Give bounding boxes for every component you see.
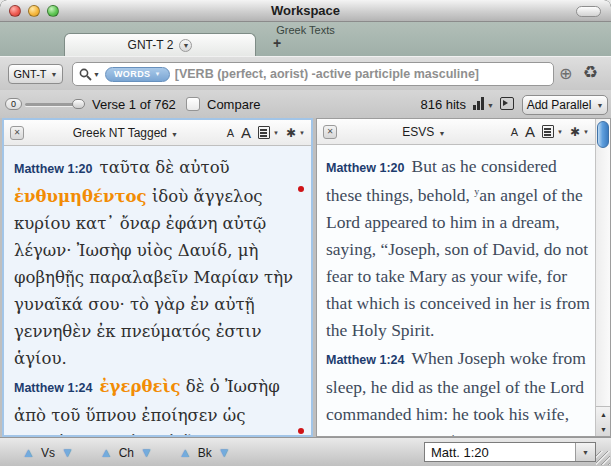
search-icon[interactable]: ▼: [79, 68, 100, 81]
font-increase-button[interactable]: A: [525, 123, 535, 140]
verse-text: ἰδοὺ ἄγγελος κυρίου κατ᾿ ὄναρ ἐφάνη αὐτῷ…: [14, 187, 293, 368]
gear-icon[interactable]: ✱: [570, 126, 580, 138]
chevron-down-icon: ▼: [93, 71, 100, 78]
close-pane-button[interactable]: ✕: [10, 126, 24, 140]
esv-text-body[interactable]: Matthew 1:20But as he considered these t…: [317, 145, 610, 437]
combo-dropdown-button[interactable]: ▼: [575, 443, 595, 461]
search-input[interactable]: ▼ WORDS ▼ [VERB (perfect, aorist) -activ…: [72, 62, 554, 86]
esv-pane-header: ✕ ESVS▼ A A ▼ ✱▼: [317, 119, 595, 145]
esv-pane-title[interactable]: ESVS▼: [343, 125, 505, 139]
search-mode-label: WORDS: [114, 69, 151, 79]
verse-reference[interactable]: Matthew 1:24: [14, 381, 93, 395]
plus-circle-icon[interactable]: ⊕: [559, 64, 572, 83]
chevron-down-icon: ▼: [596, 102, 603, 109]
verse: Matthew 1:20But as he considered these t…: [326, 153, 590, 344]
verse: Matthew 1:24When Joseph woke from sleep,…: [326, 345, 590, 428]
bk-up-button[interactable]: ▲: [179, 446, 192, 459]
add-parallel-button[interactable]: Add Parallel ▼: [522, 95, 608, 115]
search-mode-token[interactable]: WORDS ▼: [105, 67, 170, 82]
esv-text-pane: ✕ ESVS▼ A A ▼ ✱▼ Matthew 1:20But as he c…: [316, 118, 611, 437]
scrollbar-thumb[interactable]: [597, 121, 609, 148]
scroll-up-button[interactable]: ▲: [596, 407, 611, 422]
tab-menu-button[interactable]: ▼: [179, 39, 192, 52]
chevron-down-icon: ▼: [154, 71, 160, 77]
hit-word[interactable]: ἐγερθεὶς: [100, 377, 181, 396]
font-decrease-button[interactable]: A: [511, 126, 518, 138]
content-area: ✕ Greek NT Tagged▼ A A ▼ ✱▼ Matthew 1:20…: [0, 118, 611, 437]
verse-text: an angel of the Lord appeared to him in …: [326, 185, 590, 340]
verse-reference[interactable]: Matthew 1:24: [326, 353, 405, 367]
bk-down-button[interactable]: ▼: [218, 446, 231, 459]
verse-reference[interactable]: Matthew 1:20: [326, 161, 405, 175]
verse-nav-group-vs: ▲Vs▼: [22, 446, 74, 460]
context-slider-thumb[interactable]: [72, 99, 85, 109]
ch-up-button[interactable]: ▲: [100, 446, 113, 459]
search-toolbar: GNT-T ▼ ▼ WORDS ▼ [VERB (perfect, aorist…: [0, 56, 611, 90]
vs-up-button[interactable]: ▲: [22, 446, 35, 459]
chevron-down-icon: ▼: [582, 449, 589, 456]
ch-down-button[interactable]: ▼: [140, 446, 153, 459]
hit-word[interactable]: ἐνθυμηθέντος: [14, 187, 147, 206]
details-window-icon[interactable]: [500, 97, 514, 110]
font-decrease-button[interactable]: A: [227, 127, 234, 139]
verse-reference-combo[interactable]: Matt. 1:20 ▼: [424, 442, 596, 462]
verse-counter: Verse 1 of 762: [92, 97, 176, 112]
add-tab-button[interactable]: +: [268, 35, 286, 51]
greek-pane-header: ✕ Greek NT Tagged▼ A A ▼ ✱▼: [4, 120, 311, 146]
verse: Matthew 1:24ἐγερθεὶς δὲ ὁ Ἰωσὴφ ἀπὸ τοῦ …: [14, 373, 297, 437]
compare-checkbox[interactable]: [186, 97, 200, 111]
tab-gnt-t-2[interactable]: GNT-T 2 ▼: [64, 33, 256, 56]
scroll-down-button[interactable]: ▼: [596, 422, 611, 437]
gear-icon[interactable]: ✱: [286, 127, 296, 139]
bottom-bar: ▲Vs▼▲Ch▼▲Bk▼ Matt. 1:20 ▼: [0, 437, 611, 466]
tab-strip: Greek Texts GNT-T 2 ▼ +: [0, 22, 611, 56]
chevron-down-icon: ▼: [182, 42, 189, 49]
resize-grip[interactable]: [596, 451, 610, 465]
verse-reference[interactable]: Matthew 1:20: [14, 162, 93, 176]
context-slider-value: 0: [5, 98, 22, 110]
verse-text: ταῦτα δὲ αὐτοῦ: [100, 158, 230, 177]
verse: Matthew 2:1Now hafter Jesus was born in …: [326, 429, 590, 437]
search-query-text[interactable]: [VERB (perfect, aorist) -active particip…: [175, 67, 479, 81]
hit-marker-dot: [298, 428, 304, 434]
verse: Matthew 1:20ταῦτα δὲ αὐτοῦ ἐνθυμηθέντος …: [14, 154, 297, 372]
greek-pane-title[interactable]: Greek NT Tagged▼: [30, 126, 221, 140]
chevron-down-icon: ▼: [299, 130, 305, 136]
greek-text-body[interactable]: Matthew 1:20ταῦτα δὲ αὐτοῦ ἐνθυμηθέντος …: [4, 146, 311, 437]
search-scope-button[interactable]: GNT-T ▼: [8, 64, 63, 84]
analysis-chart-icon[interactable]: ▼: [473, 97, 494, 110]
nav-label: Bk: [198, 446, 212, 460]
window-title: Workspace: [0, 3, 611, 18]
chevron-down-icon: ▼: [583, 129, 589, 135]
verse-nav-group-bk: ▲Bk▼: [179, 446, 231, 460]
chevron-down-icon: ▼: [487, 102, 494, 109]
scrollbar[interactable]: ▲ ▼: [595, 119, 610, 436]
title-bar[interactable]: Workspace: [0, 0, 611, 22]
compare-label: Compare: [207, 97, 260, 112]
close-pane-button[interactable]: ✕: [323, 125, 337, 139]
chevron-down-icon: ▼: [273, 130, 279, 136]
controls-row: 0 Verse 1 of 762 Compare 816 hits ▼ Add …: [0, 90, 611, 118]
chevron-down-icon: ▼: [51, 71, 58, 78]
vs-down-button[interactable]: ▼: [61, 446, 74, 459]
recycle-arrows-icon[interactable]: ♻: [583, 62, 598, 83]
hit-marker-dot: [298, 186, 304, 192]
chevron-down-icon: ▼: [438, 130, 445, 137]
hits-count: 816 hits: [408, 97, 466, 112]
display-settings-icon[interactable]: [542, 125, 554, 138]
add-parallel-label: Add Parallel: [527, 98, 592, 112]
workspace-window: Workspace Greek Texts GNT-T 2 ▼ + GNT-T …: [0, 0, 611, 466]
verse-reference-value[interactable]: Matt. 1:20: [425, 445, 575, 460]
greek-text-pane: ✕ Greek NT Tagged▼ A A ▼ ✱▼ Matthew 1:20…: [2, 118, 313, 437]
chevron-down-icon: ▼: [171, 131, 178, 138]
display-settings-icon[interactable]: [258, 126, 270, 139]
toolbar-toggle-button[interactable]: [576, 6, 601, 17]
nav-label: Vs: [41, 446, 55, 460]
chevron-down-icon: ▼: [557, 129, 563, 135]
search-scope-label: GNT-T: [14, 68, 47, 80]
nav-label: Ch: [119, 446, 134, 460]
verse-nav-group-ch: ▲Ch▼: [100, 446, 153, 460]
tab-label: GNT-T 2: [128, 38, 174, 52]
font-increase-button[interactable]: A: [241, 124, 251, 141]
